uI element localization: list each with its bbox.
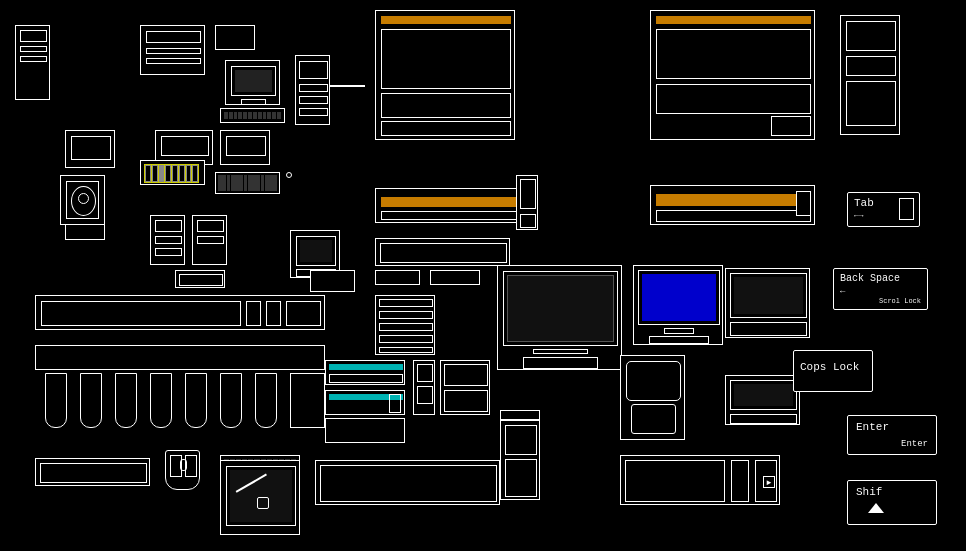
mfp-small [500,420,540,500]
tab-key: Tab ←→ [847,192,920,227]
desktop-right [725,268,810,338]
device-small [175,270,225,288]
box-sm-2 [325,390,405,415]
mfp-slot [500,410,540,420]
enter-label: Enter [856,421,889,433]
tower-1 [15,25,50,100]
tower-2 [140,25,205,75]
small-device-1 [375,270,420,285]
caps-lock-key: Cops Lock [793,350,873,392]
mouse [165,450,200,490]
box-right-1 [413,360,435,415]
printer-mid-2 [375,238,510,266]
keyboard-highlighted [140,160,205,185]
server-rack-large [35,295,325,330]
plotter-unit [516,175,538,230]
server-rack-right: ► [620,455,780,505]
monitor-small-2 [310,270,355,292]
caps-lock-label: Cops Lock [800,361,859,373]
box-sm-1 [325,360,405,385]
speaker-left [60,175,105,225]
printer-bottom-left [35,458,150,486]
cad-canvas: Tab ←→ [0,0,966,551]
monitor-crt-1 [225,60,280,105]
small-button [286,172,292,178]
shift-label: Shif [856,486,882,498]
bag-shape [620,355,685,440]
tower-3 [295,55,330,125]
widescreen-monitor [633,265,723,345]
wide-plotter [375,188,525,223]
back-space-key: Back Space ← Scrol Lock [833,268,928,310]
tower-mid [150,215,185,265]
wide-printer-right [650,185,815,225]
tab-label: Tab [854,197,874,209]
scroll-lock-label: Scrol Lock [879,297,921,305]
small-device-2 [430,270,480,285]
overhead-unit-2 [220,130,270,165]
box-right-2 [440,360,490,415]
enter-label-2: Enter [901,439,928,449]
tablet [220,460,300,535]
lcd-monitor-large [497,265,622,370]
monitor-flat-1 [65,130,115,168]
large-printer-top [650,10,815,140]
shift-key: Shif [847,480,937,525]
plotter-bottom [315,460,500,505]
large-plotter [375,10,515,140]
drive-bay [215,25,255,50]
tower-mid-2 [192,215,227,265]
back-space-label: Back Space [840,273,900,284]
keyboard-2 [220,108,285,123]
box-sm-3 [325,418,405,443]
drive-array [375,295,435,355]
cable-1 [330,85,365,87]
tall-plotter [840,15,900,135]
pipe-row [35,345,325,435]
enter-key: Enter Enter [847,415,937,455]
laptop [725,375,800,425]
keyboard-large [215,172,280,194]
